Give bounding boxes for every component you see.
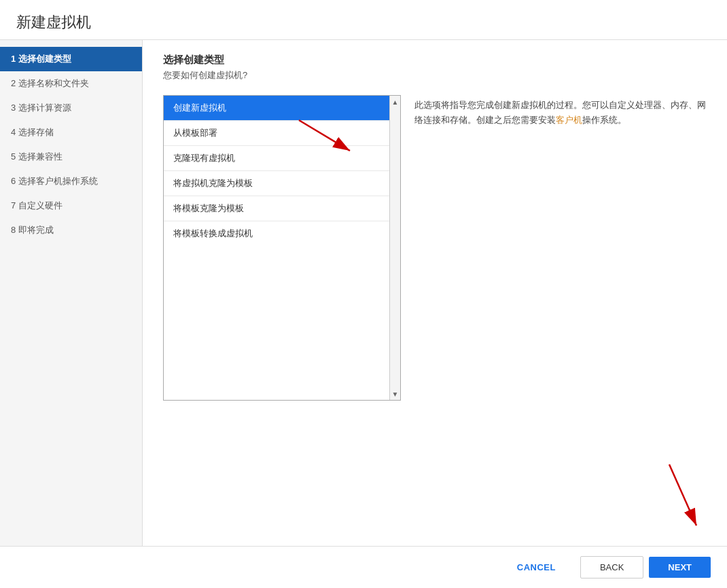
sidebar: 1 选择创建类型2 选择名称和文件夹3 选择计算资源4 选择存储5 选择兼容性6… bbox=[0, 40, 143, 546]
list-item-clone_vm[interactable]: 克隆现有虚拟机 bbox=[164, 146, 389, 171]
sidebar-item-step2[interactable]: 2 选择名称和文件夹 bbox=[0, 71, 142, 96]
sidebar-item-step1[interactable]: 1 选择创建类型 bbox=[0, 47, 142, 71]
sidebar-item-step5[interactable]: 5 选择兼容性 bbox=[0, 145, 142, 169]
list-item-clone_template[interactable]: 将模板克隆为模板 bbox=[164, 196, 389, 221]
sidebar-item-step7[interactable]: 7 自定义硬件 bbox=[0, 194, 142, 218]
list-item-convert_template[interactable]: 将模板转换成虚拟机 bbox=[164, 221, 389, 246]
list-scrollbar: ▲ ▼ bbox=[389, 96, 400, 400]
wizard-content-wrap: 选择创建类型 您要如何创建虚拟机? 创建新虚拟机从模板部署克隆现有虚拟机将虚拟机… bbox=[143, 40, 727, 546]
list-item-clone_to_template[interactable]: 将虚拟机克隆为模板 bbox=[164, 171, 389, 196]
content-area: 创建新虚拟机从模板部署克隆现有虚拟机将虚拟机克隆为模板将模板克隆为模板将模板转换… bbox=[163, 95, 707, 539]
sidebar-item-step6[interactable]: 6 选择客户机操作系统 bbox=[0, 169, 142, 194]
back-button[interactable]: BACK bbox=[580, 556, 643, 578]
page-title: 新建虚拟机 bbox=[0, 0, 727, 40]
sidebar-item-step4[interactable]: 4 选择存储 bbox=[0, 120, 142, 145]
main-content: 选择创建类型 您要如何创建虚拟机? 创建新虚拟机从模板部署克隆现有虚拟机将虚拟机… bbox=[143, 40, 727, 546]
content-header: 选择创建类型 您要如何创建虚拟机? bbox=[163, 54, 707, 90]
section-subtitle: 您要如何创建虚拟机? bbox=[163, 69, 707, 81]
creation-type-list: 创建新虚拟机从模板部署克隆现有虚拟机将虚拟机克隆为模板将模板克隆为模板将模板转换… bbox=[164, 96, 389, 400]
scroll-down-arrow[interactable]: ▼ bbox=[391, 389, 400, 399]
sidebar-item-step8[interactable]: 8 即将完成 bbox=[0, 218, 142, 242]
wizard-container: 新建虚拟机 1 选择创建类型2 选择名称和文件夹3 选择计算资源4 选择存储5 … bbox=[0, 0, 727, 588]
list-item-from_template[interactable]: 从模板部署 bbox=[164, 121, 389, 146]
sidebar-item-step3[interactable]: 3 选择计算资源 bbox=[0, 96, 142, 120]
creation-type-listbox[interactable]: 创建新虚拟机从模板部署克隆现有虚拟机将虚拟机克隆为模板将模板克隆为模板将模板转换… bbox=[163, 95, 401, 401]
desc-link[interactable]: 客户机 bbox=[556, 115, 582, 125]
next-button[interactable]: NEXT bbox=[649, 557, 711, 578]
wizard-body: 1 选择创建类型2 选择名称和文件夹3 选择计算资源4 选择存储5 选择兼容性6… bbox=[0, 40, 727, 546]
scroll-up-arrow[interactable]: ▲ bbox=[391, 97, 400, 107]
list-item-create_new[interactable]: 创建新虚拟机 bbox=[164, 96, 389, 121]
section-title: 选择创建类型 bbox=[163, 54, 707, 67]
wizard-footer: CANCEL BACK NEXT bbox=[0, 546, 727, 588]
cancel-button[interactable]: CANCEL bbox=[498, 557, 575, 578]
description-panel: 此选项将指导您完成创建新虚拟机的过程。您可以自定义处理器、内存、网络连接和存储。… bbox=[414, 95, 707, 539]
